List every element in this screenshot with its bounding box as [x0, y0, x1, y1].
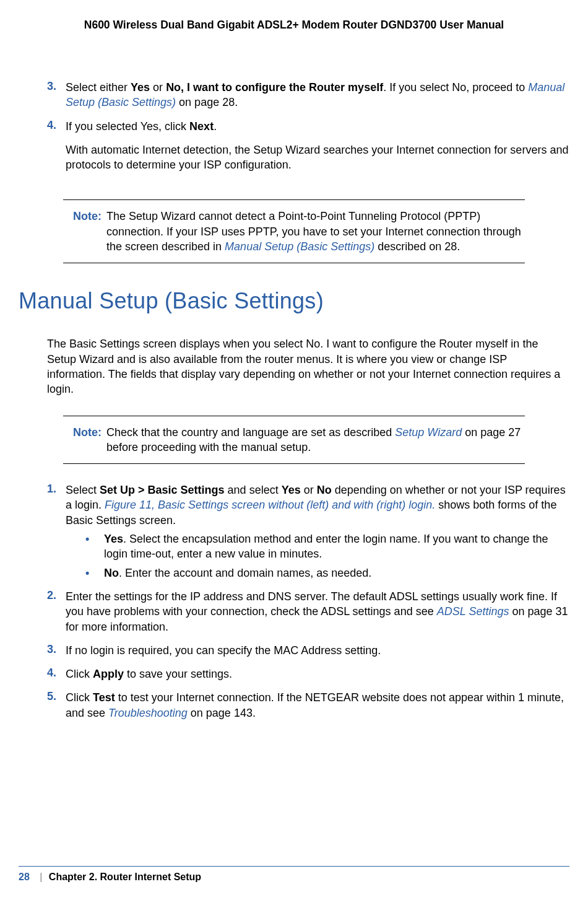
page-footer: 28 | Chapter 2. Router Internet Setup [19, 866, 569, 883]
text: on page 28. [176, 96, 238, 108]
page-number: 28 [19, 872, 30, 882]
text: Click [66, 691, 93, 704]
step-body: Enter the settings for the IP address an… [66, 589, 569, 638]
text: . Select the encapsulation method and en… [104, 533, 548, 560]
link-manual-setup[interactable]: Manual Setup (Basic Settings) [225, 240, 374, 253]
text: on page 143. [188, 707, 256, 719]
bold-no-config: No, I want to configure the Router mysel… [166, 81, 383, 94]
bold-yes: Yes [104, 533, 123, 545]
footer-separator: | [40, 872, 42, 882]
bold-yes: Yes [282, 484, 301, 496]
intro-paragraph: The Basic Settings screen displays when … [47, 336, 569, 396]
text: Select [66, 484, 100, 496]
step-4: 4. Click Apply to save your settings. [47, 667, 569, 685]
text: . Enter the account and domain names, as… [119, 567, 371, 579]
link-figure-11[interactable]: Figure 11, Basic Settings screen without… [105, 499, 435, 511]
link-troubleshooting[interactable]: Troubleshooting [108, 707, 188, 719]
footer-rule [19, 866, 569, 867]
page-header-title: N600 Wireless Dual Band Gigabit ADSL2+ M… [19, 19, 569, 32]
text: Check that the country and language are … [106, 426, 395, 439]
text: If no login is required, you can specify… [66, 643, 569, 658]
step-number: 2. [47, 589, 66, 638]
text: and select [225, 484, 282, 496]
text: or [301, 484, 317, 496]
note-label: Note: [63, 425, 106, 455]
step-number: 4. [47, 119, 66, 181]
step-number: 3. [47, 643, 66, 662]
text: Click [66, 668, 93, 680]
step-body: If no login is required, you can specify… [66, 643, 569, 662]
step-3-prior: 3. Select either Yes or No, I want to co… [47, 80, 569, 114]
note-text: The Setup Wizard cannot detect a Point-t… [106, 209, 525, 254]
bold-no: No [104, 567, 119, 579]
step-number: 1. [47, 483, 66, 584]
bullet-dot-icon: • [85, 531, 104, 562]
bold-apply: Apply [93, 668, 124, 680]
section-heading-manual-setup: Manual Setup (Basic Settings) [19, 288, 569, 314]
link-adsl-settings[interactable]: ADSL Settings [437, 605, 509, 618]
bold-test: Test [93, 691, 115, 704]
link-setup-wizard[interactable]: Setup Wizard [395, 426, 462, 439]
text: With automatic Internet detection, the S… [66, 142, 569, 173]
note-box-1: Note: The Setup Wizard cannot detect a P… [63, 199, 525, 263]
note-text: Check that the country and language are … [106, 425, 525, 455]
step-number: 5. [47, 690, 66, 724]
step-3: 3. If no login is required, you can spec… [47, 643, 569, 662]
text: . [214, 120, 217, 133]
step-number: 4. [47, 667, 66, 685]
chapter-label: Chapter 2. Router Internet Setup [49, 872, 201, 882]
bullet-dot-icon: • [85, 566, 104, 580]
step-body: Click Apply to save your settings. [66, 667, 569, 685]
text: If you selected Yes, click [66, 120, 189, 133]
step-2: 2. Enter the settings for the IP address… [47, 589, 569, 638]
note-label: Note: [63, 209, 106, 254]
step-5: 5. Click Test to test your Internet conn… [47, 690, 569, 724]
text: to save your settings. [124, 668, 232, 680]
text: described on 28. [374, 240, 460, 253]
sub-bullet-no: • No. Enter the account and domain names… [85, 566, 569, 580]
step-4-prior: 4. If you selected Yes, click Next. With… [47, 119, 569, 181]
step-body: Click Test to test your Internet connect… [66, 690, 569, 724]
text: or [150, 81, 166, 94]
bold-next: Next [189, 120, 214, 133]
text: . If you select No, proceed to [383, 81, 528, 94]
note-box-2: Note: Check that the country and languag… [63, 416, 525, 465]
step-1: 1. Select Set Up > Basic Settings and se… [47, 483, 569, 584]
step-number: 3. [47, 80, 66, 114]
step-body: If you selected Yes, click Next. With au… [66, 119, 569, 181]
bold-yes: Yes [131, 81, 150, 94]
bold-no: No [317, 484, 332, 496]
step-body: Select either Yes or No, I want to confi… [66, 80, 569, 114]
step-body: Select Set Up > Basic Settings and selec… [66, 483, 569, 584]
sub-bullet-yes: • Yes. Select the encapsulation method a… [85, 531, 569, 562]
text: Select either [66, 81, 131, 94]
bold-setup-basic: Set Up > Basic Settings [100, 484, 225, 496]
